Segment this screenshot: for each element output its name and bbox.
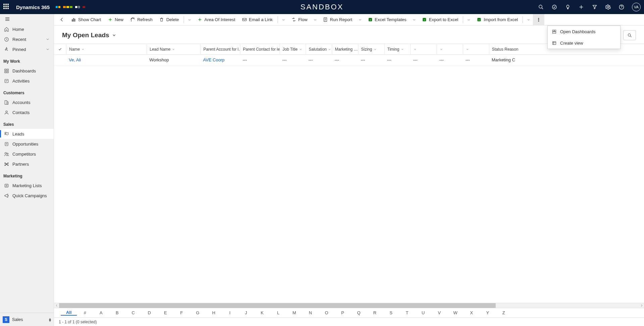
show-chart-button[interactable]: Show Chart (68, 14, 104, 25)
alpha-T[interactable]: T (399, 310, 415, 315)
nav-activities[interactable]: Activities (0, 76, 54, 86)
nav-home[interactable]: Home (0, 24, 54, 34)
col-parent-account[interactable]: Parent Account for l… (200, 44, 240, 54)
alpha-E[interactable]: E (157, 310, 174, 315)
new-button[interactable]: New (104, 14, 127, 25)
nav-marketing-lists[interactable]: Marketing Lists (0, 180, 54, 191)
alpha-W[interactable]: W (447, 310, 463, 315)
alpha-D[interactable]: D (141, 310, 157, 315)
alpha-A[interactable]: A (93, 310, 109, 315)
nav-competitors[interactable]: Competitors (0, 149, 54, 159)
nav-accounts[interactable]: Accounts (0, 97, 54, 107)
export-chevron[interactable] (464, 14, 473, 25)
alpha-#[interactable]: # (77, 310, 93, 315)
refresh-button[interactable]: Refresh (127, 14, 156, 25)
area-of-interest-button[interactable]: Area Of Interest (194, 14, 239, 25)
alpha-C[interactable]: C (125, 310, 141, 315)
col-lead-name[interactable]: Lead Name (147, 44, 200, 54)
alpha-J[interactable]: J (238, 310, 254, 315)
nav-contacts[interactable]: Contacts (0, 107, 54, 117)
alpha-O[interactable]: O (318, 310, 335, 315)
flow-chevron[interactable] (311, 14, 319, 25)
row-checkbox[interactable] (54, 58, 66, 62)
scroll-right-icon[interactable] (639, 303, 644, 308)
nav-opportunities[interactable]: Opportunities (0, 139, 54, 149)
select-all-checkbox[interactable] (54, 44, 66, 54)
import-excel-button[interactable]: x Import from Excel (473, 14, 521, 25)
alpha-L[interactable]: L (270, 310, 286, 315)
alpha-U[interactable]: U (415, 310, 431, 315)
nav-dashboards[interactable]: Dashboards (0, 66, 54, 76)
alpha-I[interactable]: I (222, 310, 238, 315)
col-extra1[interactable] (410, 44, 437, 54)
alpha-Q[interactable]: Q (351, 310, 367, 315)
alpha-Z[interactable]: Z (496, 310, 512, 315)
alpha-B[interactable]: B (109, 310, 125, 315)
plus-icon[interactable] (578, 4, 584, 10)
open-dashboards-item[interactable]: Open Dashboards (548, 26, 620, 37)
alpha-Y[interactable]: Y (480, 310, 496, 315)
alpha-P[interactable]: P (335, 310, 351, 315)
alpha-G[interactable]: G (190, 310, 206, 315)
nav-partners[interactable]: Partners (0, 159, 54, 169)
flow-button[interactable]: Flow (288, 14, 311, 25)
gear-icon[interactable] (605, 4, 611, 10)
brand-label[interactable]: Dynamics 365 (16, 4, 50, 10)
scroll-left-icon[interactable] (54, 303, 59, 308)
col-marketing[interactable]: Marketing … (332, 44, 358, 54)
alpha-M[interactable]: M (286, 310, 302, 315)
templates-chevron[interactable] (410, 14, 418, 25)
nav-recent[interactable]: Recent (0, 34, 54, 44)
delete-button[interactable]: Delete (156, 14, 182, 25)
horizontal-scrollbar[interactable] (54, 303, 644, 308)
alpha-X[interactable]: X (463, 310, 480, 315)
search-icon[interactable] (538, 4, 544, 10)
col-sizing[interactable]: Sizing (358, 44, 384, 54)
back-button[interactable] (56, 14, 68, 25)
col-extra2[interactable] (437, 44, 463, 54)
scroll-thumb[interactable] (59, 303, 496, 308)
filter-icon[interactable] (592, 4, 598, 10)
lightbulb-icon[interactable] (565, 4, 571, 10)
import-chevron[interactable] (524, 14, 533, 25)
user-avatar[interactable]: VA (632, 3, 641, 11)
col-timing[interactable]: Timing (384, 44, 410, 54)
create-view-item[interactable]: Create view (548, 37, 620, 49)
export-excel-button[interactable]: x Export to Excel (418, 14, 461, 25)
cell-parent-account[interactable]: AVE Coorp (200, 57, 240, 62)
run-report-button[interactable]: Run Report (319, 14, 355, 25)
col-name[interactable]: Name (66, 44, 147, 54)
alpha-F[interactable]: F (174, 310, 190, 315)
alpha-S[interactable]: S (383, 310, 399, 315)
alpha-All[interactable]: All (61, 310, 77, 316)
nav-leads[interactable]: Leads (0, 129, 54, 139)
cell-marketing: --- (332, 57, 358, 62)
table-row[interactable]: Ve, Ali Workshop AVE Coorp --- --- --- -… (54, 55, 644, 65)
report-chevron[interactable] (356, 14, 364, 25)
alpha-R[interactable]: R (367, 310, 383, 315)
nav-pinned[interactable]: Pinned (0, 44, 54, 54)
col-status-reason[interactable]: Status Reason (489, 44, 519, 54)
help-icon[interactable] (618, 4, 625, 10)
col-salutation[interactable]: Salutation (306, 44, 332, 54)
alpha-N[interactable]: N (302, 310, 318, 315)
nav-quick-campaigns[interactable]: Quick Campaigns (0, 191, 54, 201)
email-chevron[interactable] (279, 14, 288, 25)
cell-name[interactable]: Ve, Ali (66, 57, 147, 62)
assistant-icon[interactable] (551, 4, 557, 10)
alpha-K[interactable]: K (254, 310, 270, 315)
email-link-button[interactable]: Email a Link (239, 14, 276, 25)
col-extra3[interactable] (463, 44, 489, 54)
area-picker[interactable]: S Sales ▴▾ (0, 313, 54, 326)
col-job-title[interactable]: Job Title (280, 44, 306, 54)
more-commands-button[interactable] (533, 14, 544, 25)
grid-search-button[interactable] (623, 30, 636, 40)
alpha-V[interactable]: V (431, 310, 447, 315)
view-title-dropdown[interactable]: My Open Leads (62, 32, 116, 39)
nav-toggle-icon[interactable] (0, 14, 54, 24)
app-launcher-icon[interactable] (3, 4, 10, 10)
delete-chevron[interactable] (185, 14, 194, 25)
alpha-H[interactable]: H (206, 310, 222, 315)
excel-templates-button[interactable]: x Excel Templates (364, 14, 410, 25)
col-parent-contact[interactable]: Parent Contact for le… (240, 44, 280, 54)
